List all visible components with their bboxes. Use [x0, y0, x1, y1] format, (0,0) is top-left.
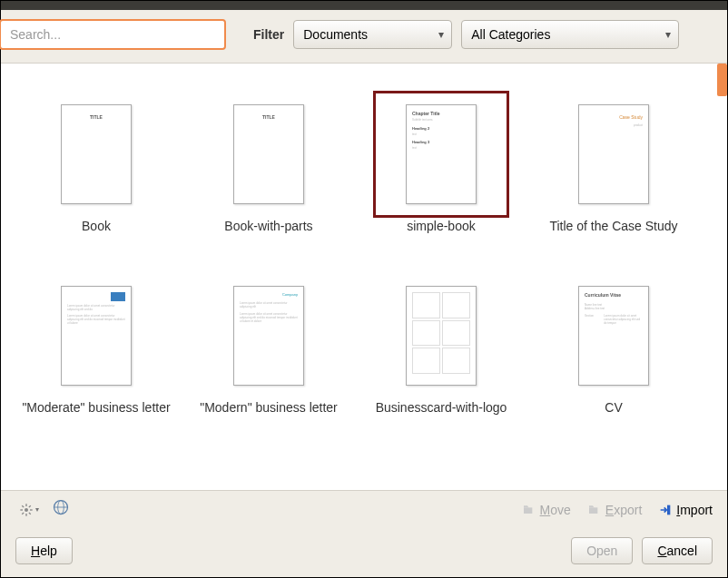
template-thumbnail: Chapter TitleSubtitle text areaHeading 2…	[373, 91, 509, 218]
template-item[interactable]: TITLEBook-with-parts	[182, 91, 355, 272]
template-label: CV	[599, 399, 627, 416]
template-thumbnail: TITLE	[28, 91, 164, 218]
template-item[interactable]: Lorem ipsum dolor sit amet consectetur a…	[10, 272, 182, 454]
template-item[interactable]: TITLEBook	[10, 91, 182, 272]
template-label: Book	[76, 218, 116, 234]
export-button: Export	[587, 503, 642, 517]
import-label: Import	[676, 503, 713, 517]
filter-type-value: Documents	[303, 27, 368, 42]
template-thumbnail: Curriculum VitaeName line textAddress li…	[546, 272, 682, 399]
help-button[interactable]: Help	[15, 537, 73, 564]
toolbar: Filter Documents All Categories	[1, 10, 727, 64]
template-item[interactable]: Chapter TitleSubtitle text areaHeading 2…	[355, 91, 527, 272]
cancel-button[interactable]: Cancel	[642, 537, 713, 564]
action-row: Move Export Import	[1, 490, 727, 528]
template-label: simple-book	[401, 218, 480, 234]
search-input[interactable]	[0, 19, 226, 50]
export-label: Export	[605, 503, 642, 517]
svg-line-7	[22, 512, 24, 514]
scrollbar-thumb[interactable]	[717, 64, 727, 96]
template-thumbnail: CompanyLorem ipsum dolor sit amet consec…	[201, 272, 337, 399]
import-button[interactable]: Import	[658, 503, 713, 517]
move-button: Move	[522, 503, 571, 517]
filter-label: Filter	[253, 27, 284, 42]
template-grid-container: TITLEBookTITLEBook-with-partsChapter Tit…	[1, 64, 727, 490]
filter-category-value: All Categories	[471, 27, 550, 42]
svg-line-8	[29, 505, 31, 507]
template-thumbnail: Case Studyproduct	[546, 91, 682, 218]
online-templates-button[interactable]	[52, 498, 70, 521]
template-grid: TITLEBookTITLEBook-with-partsChapter Tit…	[1, 64, 716, 490]
svg-point-0	[25, 508, 28, 512]
template-label: "Modern" business letter	[194, 399, 343, 416]
template-item[interactable]: Curriculum VitaeName line textAddress li…	[527, 272, 700, 454]
template-thumbnail: TITLE	[201, 91, 337, 218]
template-label: Book-with-parts	[219, 218, 318, 234]
titlebar	[1, 1, 727, 10]
template-item[interactable]: CompanyLorem ipsum dolor sit amet consec…	[182, 272, 355, 454]
filter-category-dropdown[interactable]: All Categories	[461, 20, 679, 49]
template-thumbnail: Lorem ipsum dolor sit amet consectetur a…	[28, 272, 164, 399]
template-dialog: Filter Documents All Categories TITLEBoo…	[0, 0, 728, 578]
bottom-button-row: Help Open Cancel	[1, 528, 727, 577]
svg-rect-12	[524, 507, 532, 514]
template-thumbnail	[373, 272, 509, 399]
scrollbar[interactable]	[716, 64, 727, 490]
move-label: Move	[540, 503, 571, 517]
settings-menu-button[interactable]	[15, 499, 43, 521]
template-item[interactable]: Case StudyproductTitle of the Case Study	[527, 91, 700, 272]
open-button: Open	[571, 537, 633, 564]
svg-line-6	[29, 512, 31, 514]
template-label: "Moderate" business letter	[16, 399, 175, 416]
template-item[interactable]: Businesscard-with-logo	[355, 272, 527, 454]
template-label: Title of the Case Study	[544, 218, 683, 234]
filter-type-dropdown[interactable]: Documents	[293, 20, 452, 49]
template-label: Businesscard-with-logo	[370, 399, 513, 416]
svg-rect-13	[589, 507, 597, 514]
svg-line-5	[22, 505, 24, 507]
svg-rect-14	[667, 505, 670, 514]
